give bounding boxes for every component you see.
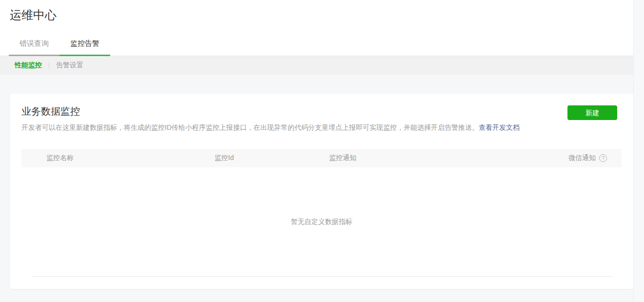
ops-center-page: 运维中心 错误查询 监控告警 性能监控 告警设置 业务数据监控 开发者可以在这里… (0, 0, 644, 289)
empty-state: 暂无自定义数据指标 (21, 167, 622, 276)
doc-link[interactable]: 查看开发文档 (479, 123, 520, 131)
scrollbar-track[interactable] (633, 0, 644, 302)
help-icon[interactable]: ? (599, 154, 607, 162)
sub-nav: 性能监控 告警设置 (0, 56, 644, 75)
card-title: 业务数据监控 (21, 104, 622, 118)
business-data-monitor-card: 业务数据监控 开发者可以在这里新建数据指标，将生成的监控ID传给小程序监控上报接… (10, 94, 633, 289)
empty-state-text: 暂无自定义数据指标 (291, 218, 352, 226)
column-header-wechat-notify-label: 微信通知 (568, 154, 596, 162)
table-header-row: 监控名称 监控Id 监控通知 微信通知 ? (21, 149, 622, 167)
card-description: 开发者可以在这里新建数据指标，将生成的监控ID传给小程序监控上报接口，在出现异常… (21, 122, 622, 132)
page-title: 运维中心 (0, 0, 644, 22)
tab-monitor-alert[interactable]: 监控告警 (59, 39, 110, 56)
column-header-monitor-name: 监控名称 (21, 154, 215, 162)
card-description-text: 开发者可以在这里新建数据指标，将生成的监控ID传给小程序监控上报接口，在出现异常… (21, 123, 479, 131)
page-header: 运维中心 错误查询 监控告警 (0, 0, 644, 56)
subnav-item-alert-settings[interactable]: 告警设置 (56, 61, 83, 70)
column-header-wechat-notify: 微信通知 ? (568, 154, 622, 162)
create-button[interactable]: 新建 (567, 105, 617, 120)
column-header-monitor-notify: 监控通知 (329, 154, 568, 162)
card-footer-divider (31, 276, 613, 277)
tab-error-query[interactable]: 错误查询 (9, 39, 59, 56)
subnav-divider (49, 62, 49, 69)
main-tab-bar: 错误查询 监控告警 (0, 39, 644, 56)
subnav-item-performance-monitor[interactable]: 性能监控 (15, 61, 42, 70)
column-header-monitor-id: 监控Id (215, 154, 329, 162)
